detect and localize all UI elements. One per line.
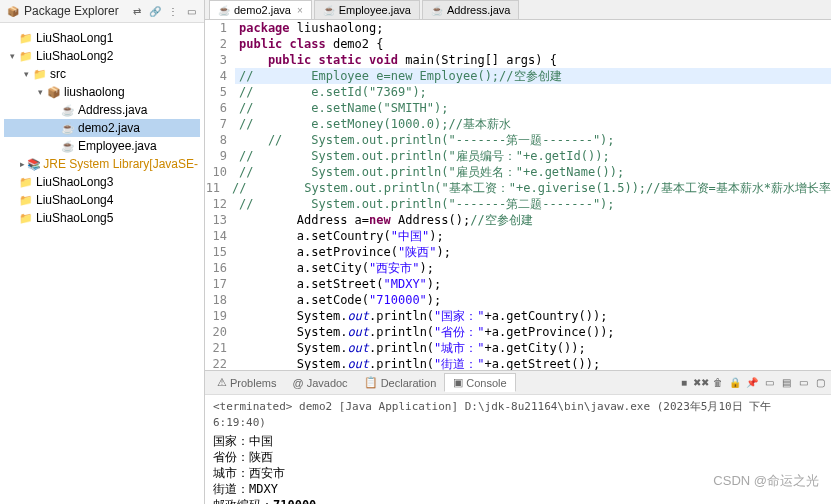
code-line[interactable]: 11// System.out.println("基本工资："+e.giveri… <box>205 180 831 196</box>
declaration-icon: 📋 <box>364 376 378 389</box>
code-line[interactable]: 15 a.setProvince("陕西"); <box>205 244 831 260</box>
java-file-icon: ☕ <box>431 5 443 16</box>
tree-item-label: JRE System Library <box>43 157 149 171</box>
code-line[interactable]: 9// System.out.println("雇员编号："+e.getId()… <box>205 148 831 164</box>
code-line[interactable]: 2public class demo2 { <box>205 36 831 52</box>
tree-item[interactable]: ▾📁LiuShaoLong2 <box>4 47 200 65</box>
editor-tab[interactable]: ☕Address.java <box>422 0 520 19</box>
clear-console-icon[interactable]: 🗑 <box>711 376 725 390</box>
terminate-icon[interactable]: ■ <box>677 376 691 390</box>
max-icon[interactable]: ▢ <box>813 376 827 390</box>
code-line[interactable]: 7// e.setMoney(1000.0);//基本薪水 <box>205 116 831 132</box>
remove-all-icon[interactable]: ✖✖ <box>694 376 708 390</box>
explorer-toolbar: ⇄ 🔗 ⋮ ▭ <box>130 4 198 18</box>
tree-item-label: Address.java <box>78 103 147 117</box>
editor-tab[interactable]: ☕Employee.java <box>314 0 420 19</box>
console-line: 邮政编码：710000 <box>213 497 823 504</box>
console-process-label: <terminated> demo2 [Java Application] D:… <box>213 399 823 431</box>
link-editor-icon[interactable]: 🔗 <box>148 4 162 18</box>
tab-label: Employee.java <box>339 4 411 16</box>
code-line[interactable]: 8 // System.out.println("-------第一题-----… <box>205 132 831 148</box>
code-line[interactable]: 21 System.out.println("城市："+a.getCity())… <box>205 340 831 356</box>
bottom-panel: ⚠Problems@Javadoc📋Declaration▣Console ■ … <box>205 370 831 504</box>
project-tree[interactable]: 📁LiuShaoLong1▾📁LiuShaoLong2▾📁src▾📦liusha… <box>0 23 204 504</box>
tree-item-label: LiuShaoLong4 <box>36 193 113 207</box>
tree-item[interactable]: ☕demo2.java <box>4 119 200 137</box>
pin-console-icon[interactable]: 📌 <box>745 376 759 390</box>
bottom-tab-javadoc[interactable]: @Javadoc <box>284 373 355 392</box>
code-line[interactable]: 5// e.setId("7369"); <box>205 84 831 100</box>
minimize-icon[interactable]: ▭ <box>184 4 198 18</box>
editor-tab[interactable]: ☕demo2.java× <box>209 0 312 19</box>
console-output[interactable]: <terminated> demo2 [Java Application] D:… <box>205 395 831 504</box>
code-line[interactable]: 16 a.setCity("西安市"); <box>205 260 831 276</box>
java-file-icon: ☕ <box>218 5 230 16</box>
console-line: 省份：陕西 <box>213 449 823 465</box>
bottom-tab-declaration[interactable]: 📋Declaration <box>356 373 445 392</box>
package-icon: 📦 <box>6 4 20 18</box>
project-icon: 📁 <box>18 48 34 64</box>
tree-item[interactable]: ☕Address.java <box>4 101 200 119</box>
java-icon: ☕ <box>60 120 76 136</box>
console-toolbar: ■ ✖✖ 🗑 🔒 📌 ▭ ▤ ▭ ▢ <box>677 376 827 390</box>
tree-item[interactable]: 📁LiuShaoLong5 <box>4 209 200 227</box>
tree-item-label: LiuShaoLong2 <box>36 49 113 63</box>
tree-item[interactable]: ▸📚JRE System Library [JavaSE- <box>4 155 200 173</box>
display-selected-icon[interactable]: ▭ <box>762 376 776 390</box>
code-line[interactable]: 12// System.out.println("-------第二题-----… <box>205 196 831 212</box>
open-console-icon[interactable]: ▤ <box>779 376 793 390</box>
console-icon: ▣ <box>453 376 463 389</box>
console-line: 街道：MDXY <box>213 481 823 497</box>
tab-label: Address.java <box>447 4 511 16</box>
tab-label: demo2.java <box>234 4 291 16</box>
console-line: 城市：西安市 <box>213 465 823 481</box>
code-line[interactable]: 4// Employee e=new Employee();//空参创建 <box>205 68 831 84</box>
scroll-lock-icon[interactable]: 🔒 <box>728 376 742 390</box>
tree-item-label: LiuShaoLong1 <box>36 31 113 45</box>
code-line[interactable]: 3 public static void main(String[] args)… <box>205 52 831 68</box>
java-icon: ☕ <box>60 138 76 154</box>
project-icon: 📁 <box>18 30 34 46</box>
editor-tabs: ☕demo2.java×☕Employee.java☕Address.java <box>205 0 831 20</box>
tree-item[interactable]: ☕Employee.java <box>4 137 200 155</box>
code-line[interactable]: 14 a.setCountry("中国"); <box>205 228 831 244</box>
pkg-icon: 📦 <box>46 84 62 100</box>
java-file-icon: ☕ <box>323 5 335 16</box>
lib-icon: 📚 <box>27 156 41 172</box>
code-line[interactable]: 19 System.out.println("国家："+a.getCountry… <box>205 308 831 324</box>
src-icon: 📁 <box>32 66 48 82</box>
code-editor[interactable]: 1package liushaolong;2public class demo2… <box>205 20 831 370</box>
tree-item-label: LiuShaoLong3 <box>36 175 113 189</box>
close-icon[interactable]: × <box>297 5 303 16</box>
problems-icon: ⚠ <box>217 376 227 389</box>
code-line[interactable]: 13 Address a=new Address();//空参创建 <box>205 212 831 228</box>
project-icon: 📁 <box>18 210 34 226</box>
code-line[interactable]: 17 a.setStreet("MDXY"); <box>205 276 831 292</box>
tree-item[interactable]: ▾📦liushaolong <box>4 83 200 101</box>
tree-item[interactable]: ▾📁src <box>4 65 200 83</box>
tree-item[interactable]: 📁LiuShaoLong3 <box>4 173 200 191</box>
javadoc-icon: @ <box>292 377 303 389</box>
explorer-header: 📦 Package Explorer ⇄ 🔗 ⋮ ▭ <box>0 0 204 23</box>
bottom-tab-console[interactable]: ▣Console <box>444 373 515 392</box>
bottom-tab-problems[interactable]: ⚠Problems <box>209 373 284 392</box>
bottom-tabs-bar: ⚠Problems@Javadoc📋Declaration▣Console ■ … <box>205 371 831 395</box>
code-line[interactable]: 10// System.out.println("雇员姓名："+e.getNam… <box>205 164 831 180</box>
tree-item[interactable]: 📁LiuShaoLong1 <box>4 29 200 47</box>
tree-item[interactable]: 📁LiuShaoLong4 <box>4 191 200 209</box>
tree-item-label: src <box>50 67 66 81</box>
tree-item-label: liushaolong <box>64 85 125 99</box>
code-line[interactable]: 1package liushaolong; <box>205 20 831 36</box>
menu-icon[interactable]: ⋮ <box>166 4 180 18</box>
code-line[interactable]: 18 a.setCode("710000"); <box>205 292 831 308</box>
tree-item-label: demo2.java <box>78 121 140 135</box>
project-icon: 📁 <box>18 192 34 208</box>
package-explorer-panel: 📦 Package Explorer ⇄ 🔗 ⋮ ▭ 📁LiuShaoLong1… <box>0 0 205 504</box>
min-icon[interactable]: ▭ <box>796 376 810 390</box>
code-line[interactable]: 20 System.out.println("省份："+a.getProvinc… <box>205 324 831 340</box>
tree-item-label: Employee.java <box>78 139 157 153</box>
code-line[interactable]: 6// e.setName("SMITH"); <box>205 100 831 116</box>
code-line[interactable]: 22 System.out.println("街道："+a.getStreet(… <box>205 356 831 370</box>
tree-item-label: LiuShaoLong5 <box>36 211 113 225</box>
collapse-all-icon[interactable]: ⇄ <box>130 4 144 18</box>
